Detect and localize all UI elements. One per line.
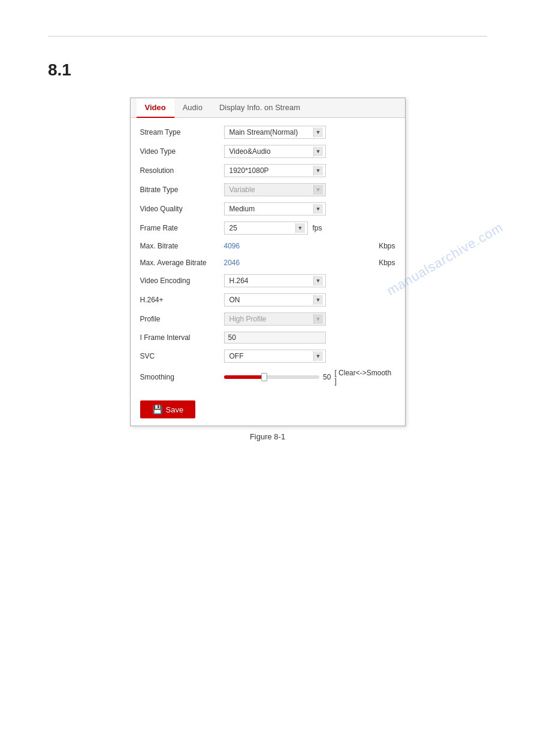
iframe-interval-control: 50	[224, 332, 395, 344]
svc-label: SVC	[140, 352, 224, 360]
bitrate-type-row: Bitrate Type Variable ▼	[140, 180, 395, 199]
max-avg-bitrate-label: Max. Average Bitrate	[140, 259, 224, 267]
svc-select[interactable]: OFF ▼	[224, 350, 326, 363]
slider-container: 50 [ Clear<->Smooth ]	[224, 369, 395, 385]
h264plus-label: H.264+	[140, 296, 224, 304]
smoothing-value: 50	[323, 373, 331, 381]
profile-value: High Profile	[227, 314, 313, 324]
frame-rate-row: Frame Rate 25 ▼ fps	[140, 218, 395, 238]
bitrate-type-select: Variable ▼	[224, 183, 326, 196]
video-quality-control: Medium ▼	[224, 202, 395, 215]
stream-type-select[interactable]: Main Stream(Normal) ▼	[224, 126, 326, 139]
profile-select: High Profile ▼	[224, 312, 326, 326]
tabs-row: Video Audio Display Info. on Stream	[131, 98, 405, 118]
resolution-label: Resolution	[140, 166, 224, 175]
resolution-row: Resolution 1920*1080P ▼	[140, 161, 395, 180]
video-encoding-arrow: ▼	[313, 276, 323, 286]
max-avg-bitrate-value: 2046	[224, 259, 240, 267]
save-button[interactable]: 💾 Save	[140, 400, 196, 418]
resolution-select[interactable]: 1920*1080P ▼	[224, 164, 326, 177]
video-encoding-label: Video Encoding	[140, 277, 224, 285]
stream-type-arrow: ▼	[313, 127, 323, 137]
smoothing-slider[interactable]	[224, 375, 320, 379]
profile-arrow: ▼	[313, 314, 323, 324]
video-encoding-select[interactable]: H.264 ▼	[224, 274, 326, 287]
max-bitrate-control: 4096 Kbps	[224, 242, 395, 250]
max-bitrate-label: Max. Bitrate	[140, 242, 224, 250]
video-quality-value: Medium	[227, 204, 313, 214]
bitrate-type-control: Variable ▼	[224, 183, 395, 196]
smoothing-label: Smoothing	[140, 373, 224, 381]
tab-display[interactable]: Display Info. on Stream	[211, 98, 309, 118]
video-quality-label: Video Quality	[140, 205, 224, 213]
save-btn-row: 💾 Save	[131, 394, 405, 426]
svc-control: OFF ▼	[224, 350, 395, 363]
iframe-interval-input: 50	[224, 332, 326, 344]
iframe-interval-row: I Frame Interval 50	[140, 329, 395, 347]
profile-control: High Profile ▼	[224, 312, 395, 326]
h264plus-select[interactable]: ON ▼	[224, 293, 326, 306]
profile-label: Profile	[140, 315, 224, 323]
svc-value: OFF	[227, 351, 313, 361]
smoothing-range-label: [ Clear<->Smooth ]	[334, 369, 395, 385]
resolution-arrow: ▼	[313, 166, 323, 175]
resolution-value: 1920*1080P	[227, 166, 313, 175]
h264plus-arrow: ▼	[313, 295, 323, 305]
frame-rate-arrow: ▼	[295, 223, 305, 233]
save-label: Save	[166, 405, 184, 414]
bitrate-type-arrow: ▼	[313, 185, 323, 195]
video-encoding-value: H.264	[227, 276, 313, 286]
video-type-row: Video Type Video&Audio ▼	[140, 142, 395, 161]
tab-video[interactable]: Video	[137, 98, 174, 118]
video-type-label: Video Type	[140, 147, 224, 156]
max-bitrate-unit: Kbps	[379, 242, 395, 250]
settings-panel: Video Audio Display Info. on Stream Stre…	[130, 98, 406, 426]
svc-arrow: ▼	[313, 351, 323, 361]
stream-type-row: Stream Type Main Stream(Normal) ▼	[140, 123, 395, 142]
bitrate-type-value: Variable	[227, 185, 313, 195]
video-quality-arrow: ▼	[313, 204, 323, 214]
video-encoding-row: Video Encoding H.264 ▼	[140, 271, 395, 290]
stream-type-value: Main Stream(Normal)	[227, 127, 313, 137]
video-type-control: Video&Audio ▼	[224, 145, 395, 158]
svc-row: SVC OFF ▼	[140, 347, 395, 366]
h264plus-row: H.264+ ON ▼	[140, 290, 395, 309]
video-type-select[interactable]: Video&Audio ▼	[224, 145, 326, 158]
slider-thumb[interactable]	[261, 373, 267, 381]
max-avg-bitrate-unit: Kbps	[379, 259, 395, 267]
h264plus-control: ON ▼	[224, 293, 395, 306]
video-type-arrow: ▼	[313, 147, 323, 156]
frame-rate-value: 25	[227, 223, 295, 233]
tab-audio[interactable]: Audio	[174, 98, 211, 118]
section-number: 8.1	[48, 60, 487, 80]
max-avg-bitrate-control: 2046 Kbps	[224, 259, 395, 267]
top-divider	[48, 36, 487, 37]
resolution-control: 1920*1080P ▼	[224, 164, 395, 177]
bitrate-type-label: Bitrate Type	[140, 186, 224, 194]
figure-container: Video Audio Display Info. on Stream Stre…	[48, 98, 487, 441]
frame-rate-unit: fps	[313, 224, 322, 232]
max-bitrate-row: Max. Bitrate 4096 Kbps	[140, 238, 395, 254]
save-icon: 💾	[152, 405, 162, 414]
video-type-value: Video&Audio	[227, 147, 313, 156]
video-encoding-control: H.264 ▼	[224, 274, 395, 287]
profile-row: Profile High Profile ▼	[140, 309, 395, 329]
smoothing-control: 50 [ Clear<->Smooth ]	[224, 369, 395, 385]
max-avg-bitrate-row: Max. Average Bitrate 2046 Kbps	[140, 254, 395, 271]
max-bitrate-value: 4096	[224, 242, 240, 250]
frame-rate-label: Frame Rate	[140, 224, 224, 232]
frame-rate-control: 25 ▼ fps	[224, 221, 395, 235]
stream-type-control: Main Stream(Normal) ▼	[224, 126, 395, 139]
video-quality-row: Video Quality Medium ▼	[140, 199, 395, 218]
form-body: Stream Type Main Stream(Normal) ▼ Video …	[131, 118, 405, 394]
frame-rate-select[interactable]: 25 ▼	[224, 221, 308, 235]
video-quality-select[interactable]: Medium ▼	[224, 202, 326, 215]
figure-caption: Figure 8-1	[250, 432, 285, 441]
iframe-interval-label: I Frame Interval	[140, 333, 224, 342]
stream-type-label: Stream Type	[140, 128, 224, 136]
slider-fill	[224, 375, 264, 379]
h264plus-value: ON	[227, 295, 313, 305]
smoothing-row: Smoothing 50 [ Clear<->Smooth ]	[140, 366, 395, 388]
